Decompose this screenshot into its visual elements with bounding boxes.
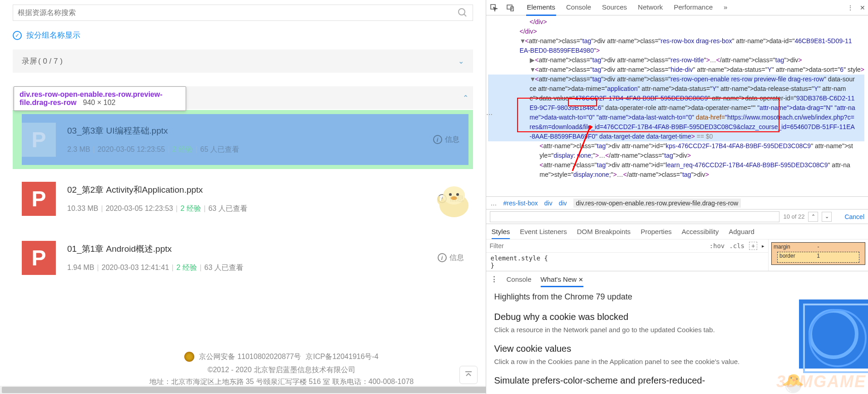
tab-sources[interactable]: Sources xyxy=(601,0,628,16)
promo-logo xyxy=(799,299,868,369)
file-list: P 03_第3章 UI编程基础.pptx 2.3 MB| 2020-03-05 … xyxy=(13,110,473,287)
device-toggle-button[interactable] xyxy=(505,3,515,13)
dom-node[interactable]: ▼<attr-name">class="tag">div attr-name">… xyxy=(488,65,865,75)
section-title: 录屏 xyxy=(22,56,37,66)
tab-dom-breakpoints[interactable]: DOM Breakpoints xyxy=(577,228,631,235)
info-button[interactable]: i 信息 xyxy=(438,253,464,263)
cls-toggle[interactable]: .cls xyxy=(729,242,745,249)
section-counter: ( 0 / 7 ) xyxy=(38,57,63,66)
tabs-overflow[interactable]: » xyxy=(723,0,728,16)
info-button[interactable]: i 信息 xyxy=(433,135,459,145)
check-circle-icon xyxy=(13,31,22,40)
tab-properties[interactable]: Properties xyxy=(641,228,671,235)
webpage-pane: 按分组名称显示 录屏 ( 0 / 7 ) ⌄ div.res-row-open-… xyxy=(0,0,486,394)
styles-menu-icon[interactable]: ▸ xyxy=(762,243,764,249)
inspect-element-button[interactable] xyxy=(489,3,499,13)
file-row[interactable]: P 01_第1章 Android概述.pptx 1.94 MB| 2020-03… xyxy=(13,228,473,287)
search-prev-button[interactable]: ⌃ xyxy=(808,212,818,222)
tab-console[interactable]: Console xyxy=(565,0,592,16)
tab-performance[interactable]: Performance xyxy=(673,0,714,16)
horizontal-scrollbar[interactable] xyxy=(0,386,486,394)
group-toggle-label: 按分组名称显示 xyxy=(26,30,80,40)
dom-breadcrumb[interactable]: … #res-list-box div div div.res-row-open… xyxy=(486,196,868,209)
new-style-rule-button[interactable]: + xyxy=(749,242,757,250)
tab-styles[interactable]: Styles xyxy=(492,224,510,239)
watermark: 3DMGAME xyxy=(776,372,866,391)
mascot-image xyxy=(431,183,477,219)
svg-point-0 xyxy=(459,9,465,15)
file-meta: 2.3 MB| 2020-03-05 12:23:55| 2 经验| 65 人已… xyxy=(67,145,433,155)
devtools-tabs: Elements Console Sources Network Perform… xyxy=(526,0,729,16)
drawer-menu-button[interactable]: ⋮ xyxy=(491,275,498,283)
dom-node[interactable]: <attr-name">class="tag">div attr-name">i… xyxy=(488,160,865,180)
tab-elements[interactable]: Elements xyxy=(526,0,557,16)
scroll-to-top-button[interactable] xyxy=(459,366,478,384)
info-icon: i xyxy=(438,253,447,262)
page-footer: 京公网安备 11010802020877号 京ICP备12041916号-4 ©… xyxy=(0,352,486,389)
close-icon[interactable]: ✕ xyxy=(578,276,583,283)
dom-node[interactable]: ▶<attr-name">class="tag">div attr-name">… xyxy=(488,55,865,65)
styles-body: :hov .cls + ▸ element.style { } margin -… xyxy=(486,239,868,271)
search-result-count: 10 of 22 xyxy=(783,213,804,220)
file-row[interactable]: P 03_第3章 UI编程基础.pptx 2.3 MB| 2020-03-05 … xyxy=(13,110,473,169)
tab-network[interactable]: Network xyxy=(637,0,664,16)
dom-node-selected[interactable]: ⋯ ▼<attr-name">class="tag">div attr-name… xyxy=(488,75,865,141)
file-name: 03_第3章 UI编程基础.pptx xyxy=(67,125,433,137)
tooltip-dimensions: 940 × 102 xyxy=(83,99,116,106)
hov-toggle[interactable]: :hov xyxy=(710,242,725,249)
file-name: 01_第1章 Android概述.pptx xyxy=(67,243,438,255)
tab-event-listeners[interactable]: Event Listeners xyxy=(520,228,567,235)
svg-point-5 xyxy=(456,193,459,196)
search-cancel-button[interactable]: Cancel xyxy=(844,213,864,220)
tab-accessibility[interactable]: Accessibility xyxy=(682,228,719,235)
search-icon[interactable] xyxy=(457,7,468,18)
svg-point-6 xyxy=(451,196,457,200)
dom-tree[interactable]: </div> </div> ▼<attr-name">class="tag">d… xyxy=(486,15,868,196)
svg-line-1 xyxy=(464,14,466,16)
group-toggle[interactable]: 按分组名称显示 xyxy=(13,30,473,40)
file-meta: 10.33 MB| 2020-03-05 12:23:53| 2 经验| 63 … xyxy=(67,204,438,214)
dom-node[interactable]: ▼<attr-name">class="tag">div attr-name">… xyxy=(488,36,865,55)
devtools-menu-button[interactable]: ⋮ xyxy=(847,4,853,11)
section-header-recording[interactable]: 录屏 ( 0 / 7 ) ⌄ xyxy=(13,50,473,73)
styles-filter-input[interactable] xyxy=(490,242,705,249)
breadcrumb-item[interactable]: div xyxy=(559,199,567,207)
drawer-tab-whatsnew[interactable]: What's New ✕ xyxy=(541,271,584,287)
svg-point-4 xyxy=(449,193,452,196)
dom-node[interactable]: <attr-name">class="tag">div attr-name">i… xyxy=(488,141,865,160)
file-type-icon: P xyxy=(22,123,56,157)
chevron-up-icon[interactable]: ⌃ xyxy=(463,94,469,102)
chevron-down-icon[interactable]: ⌄ xyxy=(458,57,464,65)
devtools-close-button[interactable]: ✕ xyxy=(860,4,865,11)
svg-point-3 xyxy=(443,186,465,204)
drawer-tab-console[interactable]: Console xyxy=(507,275,532,283)
arrow-up-icon xyxy=(464,370,473,379)
breadcrumb-item[interactable]: div xyxy=(544,199,552,207)
info-icon: i xyxy=(433,135,442,144)
file-name: 02_第2章 Activity和Application.pptx xyxy=(67,184,438,196)
search-bar[interactable] xyxy=(13,5,473,21)
breadcrumb-item[interactable]: #res-list-box xyxy=(503,199,538,207)
dom-search-bar: 10 of 22 ⌃ ⌄ Cancel xyxy=(486,209,868,224)
file-type-icon: P xyxy=(22,182,56,216)
style-rule[interactable]: element.style { } xyxy=(486,253,769,271)
tab-adguard[interactable]: Adguard xyxy=(729,228,755,235)
search-next-button[interactable]: ⌄ xyxy=(822,212,832,222)
devtools-toolbar: Elements Console Sources Network Perform… xyxy=(486,0,868,15)
dom-search-input[interactable] xyxy=(490,211,780,222)
file-type-icon: P xyxy=(22,241,56,275)
dom-dots-icon[interactable]: ⋯ xyxy=(486,110,493,120)
police-badge-icon xyxy=(184,352,194,362)
breadcrumb-item-active[interactable]: div.res-row-open-enable.res-row.preview-… xyxy=(573,199,741,208)
styles-tabs: Styles Event Listeners DOM Breakpoints P… xyxy=(486,224,868,239)
styles-filter-row: :hov .cls + ▸ xyxy=(486,239,769,253)
inspector-tooltip: div.res-row-open-enable.res-row.preview-… xyxy=(14,86,186,111)
search-input[interactable] xyxy=(18,9,457,17)
box-model-view[interactable]: margin - border 1 xyxy=(768,239,868,271)
file-row[interactable]: P 02_第2章 Activity和Application.pptx 10.33… xyxy=(13,169,473,228)
file-meta: 1.94 MB| 2020-03-03 12:41:41| 2 经验| 63 人… xyxy=(67,263,438,273)
